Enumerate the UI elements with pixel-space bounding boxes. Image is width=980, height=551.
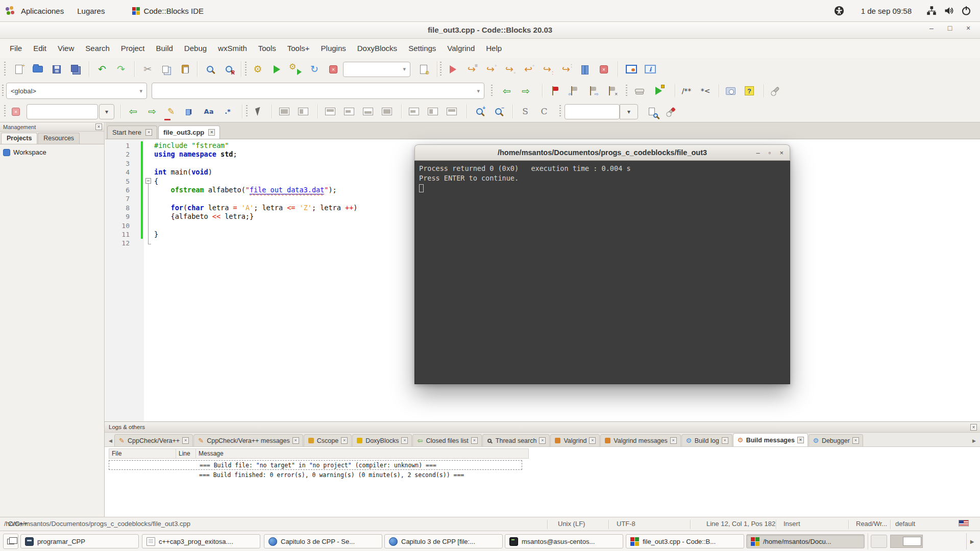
- match-case-button[interactable]: Aa: [201, 104, 216, 119]
- close-icon[interactable]: ×: [208, 129, 215, 136]
- menu-tools[interactable]: Tools: [253, 42, 282, 55]
- toolbar-drag-handle[interactable]: [246, 105, 248, 118]
- tab-cppcheck[interactable]: ✎ CppCheck/Vera++ ×: [114, 434, 193, 446]
- tab-build-log[interactable]: ⚙ Build log ×: [681, 434, 732, 446]
- thread-search-history-button[interactable]: ▾: [620, 104, 638, 119]
- close-icon[interactable]: ×: [722, 437, 728, 444]
- menu-valgrind[interactable]: Valgrind: [442, 42, 480, 55]
- table-row[interactable]: === Build file: "no target" in "no proje…: [109, 460, 522, 470]
- close-icon[interactable]: ×: [539, 437, 546, 444]
- window-selector-button[interactable]: [3, 534, 18, 549]
- styles-button[interactable]: S: [518, 104, 533, 119]
- replace-button[interactable]: R: [221, 62, 236, 77]
- stop-debugger-button[interactable]: ×: [596, 62, 611, 77]
- redo-button[interactable]: ↷: [113, 62, 129, 77]
- wxsmith-sizer-3-button[interactable]: [360, 104, 376, 119]
- taskbar-button-codeblocks[interactable]: file_out3.cpp - Code::B...: [626, 534, 744, 548]
- doxyblocks-help-button[interactable]: ?: [742, 83, 757, 98]
- break-debugger-button[interactable]: [577, 62, 593, 77]
- jump-forward-button[interactable]: ⇨: [518, 83, 533, 98]
- terminal-minimize-button[interactable]: ‒: [756, 149, 760, 157]
- active-app-menu[interactable]: Code::Blocks IDE: [126, 0, 210, 21]
- workspace-switcher[interactable]: [890, 535, 923, 548]
- tab-cscope[interactable]: Cscope ×: [304, 434, 352, 446]
- step-into-button[interactable]: ↪▫: [502, 62, 517, 77]
- close-icon[interactable]: ×: [341, 437, 348, 444]
- abort-build-button[interactable]: ×: [326, 62, 341, 77]
- logs-header[interactable]: Logs & others ×: [105, 422, 980, 433]
- terminal-close-button[interactable]: ×: [779, 149, 783, 157]
- save-button[interactable]: [49, 62, 64, 77]
- wxsmith-align-3-button[interactable]: [444, 104, 459, 119]
- wxsmith-sizer-2-button[interactable]: [341, 104, 357, 119]
- zoom-in-button[interactable]: +: [472, 104, 487, 119]
- search-history-button[interactable]: ▾: [99, 104, 114, 119]
- close-icon[interactable]: ×: [797, 437, 804, 443]
- fold-toggle-icon[interactable]: [145, 178, 151, 184]
- search-next-button[interactable]: ⇨: [144, 104, 160, 119]
- terminal-titlebar[interactable]: /home/msantos/Documentos/progs_c_codeblo…: [414, 144, 790, 161]
- maximize-button[interactable]: □: [945, 24, 954, 32]
- toolbar-drag-handle[interactable]: [440, 62, 442, 77]
- doxyblocks-chm-button[interactable]: [723, 83, 738, 98]
- wxsmith-sizer-4-button[interactable]: [379, 104, 395, 119]
- tabs-scroll-left-icon[interactable]: ◀: [107, 435, 114, 446]
- thread-search-input[interactable]: [565, 104, 620, 119]
- taskbar-button-browser-2[interactable]: Capitulo 3 de CPP [file:...: [384, 534, 503, 548]
- tab-valgrind-messages[interactable]: Valgrind messages ×: [600, 434, 680, 446]
- custom-button[interactable]: C: [536, 104, 552, 119]
- toolbar-drag-handle[interactable]: [4, 62, 6, 77]
- clear-search-button[interactable]: ×: [8, 104, 23, 119]
- symbol-combo[interactable]: ▾: [152, 83, 484, 99]
- tab-cppcheck-messages[interactable]: ✎ CppCheck/Vera++ messages ×: [193, 434, 303, 446]
- menu-help[interactable]: Help: [480, 42, 507, 55]
- menu-edit[interactable]: Edit: [28, 42, 52, 55]
- build-button[interactable]: ⚙: [250, 62, 265, 77]
- compiler-options-button[interactable]: ⚙: [416, 62, 431, 77]
- taskbar-button-terminal[interactable]: msantos@asus-centos...: [505, 534, 623, 548]
- wxsmith-align-1-button[interactable]: [406, 104, 422, 119]
- copy-button[interactable]: [159, 62, 174, 77]
- panel-expand-icon[interactable]: ▶: [966, 533, 977, 549]
- close-icon[interactable]: ×: [670, 437, 677, 444]
- taskbar-button-textfile[interactable]: c++cap3_prog_exitosa....: [142, 534, 260, 548]
- menu-lugares[interactable]: Lugares: [70, 0, 111, 21]
- next-instruction-button[interactable]: ↪:: [540, 62, 555, 77]
- toolbar-drag-handle[interactable]: [491, 85, 493, 97]
- toolbar-drag-handle[interactable]: [245, 62, 247, 77]
- clear-bookmarks-button[interactable]: ×: [604, 83, 619, 98]
- tabs-scroll-right-icon[interactable]: ▶: [970, 435, 978, 446]
- menu-build[interactable]: Build: [151, 42, 179, 55]
- clock[interactable]: 1 de sep 09:58: [848, 7, 923, 15]
- volume-icon[interactable]: [944, 6, 954, 16]
- management-header[interactable]: Management ×: [0, 122, 104, 132]
- close-icon[interactable]: ×: [589, 437, 596, 444]
- column-file[interactable]: File: [109, 448, 176, 459]
- tab-build-messages[interactable]: ⚙ Build messages ×: [733, 433, 808, 446]
- tab-thread-search[interactable]: Thread search ×: [482, 434, 550, 446]
- new-file-button[interactable]: +: [11, 62, 27, 77]
- line-comment-button[interactable]: *<: [698, 83, 713, 98]
- close-button[interactable]: ×: [964, 24, 973, 32]
- toolbar-drag-handle[interactable]: [4, 105, 6, 118]
- close-icon[interactable]: ×: [401, 437, 408, 444]
- wxsmith-widget-2-button[interactable]: [296, 104, 311, 119]
- regex-button[interactable]: .*: [220, 104, 235, 119]
- logs-close-icon[interactable]: ×: [970, 424, 977, 431]
- keyboard-layout-flag-icon[interactable]: [959, 520, 969, 527]
- taskbar-mini-button[interactable]: [871, 535, 887, 548]
- undo-button[interactable]: ↶: [94, 62, 110, 77]
- menu-tools-plus[interactable]: Tools+: [282, 42, 315, 55]
- cut-button[interactable]: ✂: [140, 62, 155, 77]
- management-close-icon[interactable]: ×: [95, 123, 102, 130]
- taskbar-button-programar[interactable]: programar_CPP: [20, 534, 139, 548]
- tab-debugger[interactable]: ⚙ Debugger ×: [808, 434, 863, 446]
- build-target-combo[interactable]: ▾: [343, 62, 410, 77]
- toolbar-drag-handle[interactable]: [559, 105, 561, 118]
- column-line[interactable]: Line: [176, 448, 196, 459]
- tab-projects[interactable]: Projects: [1, 133, 37, 144]
- thread-search-options-button[interactable]: [663, 104, 678, 119]
- debugging-windows-button[interactable]: [624, 62, 639, 77]
- toolbar-drag-handle[interactable]: [626, 85, 627, 97]
- accessibility-icon[interactable]: [834, 6, 844, 16]
